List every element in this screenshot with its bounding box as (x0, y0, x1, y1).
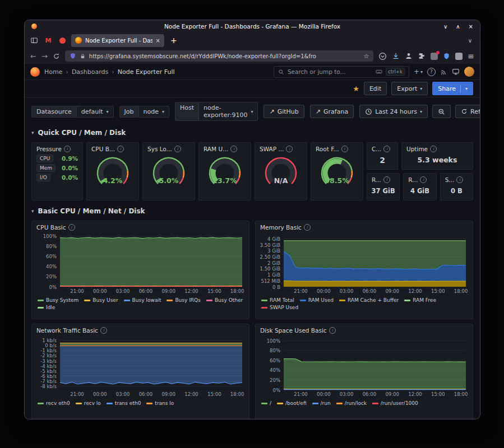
legend-item[interactable]: /run/lock (336, 400, 367, 407)
news-button[interactable] (440, 68, 447, 76)
list-tabs-icon[interactable]: ∨ (465, 38, 475, 44)
zoom-out-button[interactable] (432, 105, 451, 118)
info-icon[interactable]: i (100, 327, 107, 334)
legend-item[interactable]: recv eth0 (38, 400, 70, 407)
url-bar[interactable]: https://grafana.systemsobscure.net/d/rYd… (65, 50, 373, 62)
extension-blue-icon[interactable] (443, 53, 450, 60)
export-button[interactable]: Export▾ (391, 82, 428, 95)
info-icon[interactable]: i (174, 146, 181, 152)
grafana-logo[interactable] (30, 67, 40, 77)
pocket-icon[interactable] (378, 52, 387, 60)
active-tab[interactable]: Node Exporter Full - Dashbo × (71, 34, 164, 47)
back-button[interactable]: ← (30, 52, 36, 60)
info-icon[interactable]: i (383, 146, 390, 152)
user-avatar[interactable] (464, 67, 474, 77)
memory-basic-chart[interactable]: 0 B512 MiB1 GiB1.50 GiB2 GiB2.50 GiB3 Gi… (258, 232, 470, 295)
panel-cpu-basic[interactable]: CPU Basici 0%20%40%60%80%100%21:0000:000… (31, 221, 249, 319)
legend-item[interactable]: / (261, 400, 271, 407)
disk-basic-chart[interactable]: 0%20%40%60%80%100%21:0000:0003:0006:0009… (258, 335, 470, 398)
bookmark-star-icon[interactable]: ☆ (363, 53, 369, 60)
legend-item[interactable]: Busy Iowait (124, 297, 161, 304)
info-icon[interactable]: i (383, 176, 390, 183)
legend-item[interactable]: RAM Cache + Buffer (339, 297, 399, 304)
tab-close-icon[interactable]: × (156, 38, 160, 44)
new-tab-button[interactable]: + (168, 36, 179, 45)
pinned-tab-gmail-icon[interactable]: M (43, 35, 53, 45)
panel-uptime[interactable]: Uptimei 5.3 weeks (401, 142, 473, 170)
pinned-tab-icon[interactable] (57, 35, 67, 45)
legend-item[interactable]: SWAP Used (261, 304, 298, 311)
downloads-icon[interactable] (392, 52, 400, 60)
section-header-basic[interactable]: ▾ Basic CPU / Mem / Net / Disk (31, 205, 473, 217)
menu-icon[interactable]: ≡ (468, 52, 474, 60)
tracking-shield-icon[interactable] (70, 53, 76, 59)
url-text[interactable]: https://grafana.systemsobscure.net/d/rYd… (89, 53, 360, 59)
info-icon[interactable]: i (230, 146, 237, 152)
legend-item[interactable]: /run (312, 400, 331, 407)
info-icon[interactable]: i (64, 146, 71, 152)
edit-button[interactable]: Edit (364, 82, 387, 95)
panel-cpu-cores[interactable]: C...i 2 (367, 142, 398, 170)
legend-item[interactable]: RAM Used (300, 297, 334, 304)
info-icon[interactable]: i (341, 146, 348, 152)
breadcrumb-dashboards[interactable]: Dashboards (72, 68, 108, 76)
panel-disk-basic[interactable]: Disk Space Used Basici 0%20%40%60%80%100… (255, 324, 473, 419)
legend-item[interactable]: /boot/efi (277, 400, 307, 407)
reload-button[interactable] (53, 53, 60, 60)
info-icon[interactable]: i (68, 224, 75, 231)
cpu-basic-chart[interactable]: 0%20%40%60%80%100%21:0000:0003:0006:0009… (34, 232, 247, 295)
refresh-button[interactable]: Refresh1m▾ (455, 105, 480, 118)
legend-item[interactable]: RAM Total (261, 297, 294, 304)
section-header-quick[interactable]: ▾ Quick CPU / Mem / Disk (31, 127, 473, 139)
job-picker[interactable]: Job node▾ (119, 106, 169, 118)
add-button[interactable]: +▾ (414, 68, 423, 76)
panel-network-basic[interactable]: Network Traffic Basici 1 kb/s0 b/s-1 kb/… (31, 324, 249, 419)
panel-swap-used[interactable]: SWAP ...i N/A (255, 142, 307, 200)
window-maximize-button[interactable]: ∧ (456, 24, 460, 30)
legend-item[interactable]: Idle (38, 304, 55, 311)
extension-badge-icon[interactable] (431, 53, 438, 60)
info-icon[interactable]: i (117, 146, 124, 152)
account-icon[interactable] (405, 52, 413, 60)
panel-pressure[interactable]: Pressurei CPU0.9% Mem0.0% I/O0.0% (31, 142, 83, 200)
panel-ram-used[interactable]: RAM U...i 23.7% (198, 142, 251, 200)
time-range-picker[interactable]: Last 24 hours▾ (359, 105, 428, 118)
datasource-picker[interactable]: Datasource default▾ (31, 106, 114, 118)
legend-item[interactable]: trans eth0 (107, 400, 141, 407)
favorite-star-icon[interactable]: ★ (353, 85, 359, 93)
screen-share-button[interactable] (452, 68, 460, 76)
legend-item[interactable]: recv lo (76, 400, 101, 407)
info-icon[interactable]: i (329, 327, 336, 334)
info-icon[interactable]: i (304, 224, 311, 231)
search-input[interactable]: Search or jump to... ctrl+k (274, 66, 409, 78)
panel-swap-total[interactable]: S...i 0 B (440, 173, 473, 200)
window-minimize-button[interactable]: ∨ (443, 24, 447, 30)
info-icon[interactable]: i (430, 146, 437, 152)
panel-memory-basic[interactable]: Memory Basici 0 B512 MiB1 GiB1.50 GiB2 G… (255, 221, 473, 319)
panel-root-fs[interactable]: Root F...i 58.5% (311, 142, 363, 200)
help-button[interactable]: ? (427, 68, 436, 76)
extensions-icon[interactable] (418, 52, 426, 60)
window-close-button[interactable]: × (469, 24, 473, 30)
legend-item[interactable]: Busy User (84, 297, 118, 304)
legend-item[interactable]: Busy IRQs (167, 297, 200, 304)
host-picker[interactable]: Host node-exporter:9100▾ (175, 102, 258, 121)
window-titlebar[interactable]: Node Exporter Full - Dashboards - Grafan… (25, 20, 480, 32)
panel-cpu-busy[interactable]: CPU B...i 4.2% (86, 142, 139, 200)
network-basic-chart[interactable]: 1 kb/s0 b/s-1 kb/s-2 kb/s-3 kb/s-4 kb/s-… (34, 335, 247, 398)
lock-icon[interactable] (80, 53, 86, 59)
info-icon[interactable]: i (456, 176, 463, 183)
forward-button[interactable]: → (41, 52, 48, 60)
info-icon[interactable]: i (420, 176, 427, 183)
legend-item[interactable]: /run/user/1000 (372, 400, 418, 407)
legend-item[interactable]: RAM Free (404, 297, 436, 304)
extension-grey-icon[interactable] (455, 53, 463, 60)
share-button[interactable]: Share▾ (432, 82, 473, 95)
legend-item[interactable]: Busy System (38, 297, 78, 304)
panel-rootfs-total[interactable]: R...i 37 GiB (367, 173, 400, 200)
firefox-view-icon[interactable] (29, 35, 39, 45)
github-link-button[interactable]: ↗GitHub (263, 105, 304, 118)
grafana-link-button[interactable]: ↗Grafana (310, 105, 354, 118)
breadcrumb-home[interactable]: Home (44, 68, 62, 76)
panel-ram-total[interactable]: R...i 4 GiB (403, 173, 436, 200)
